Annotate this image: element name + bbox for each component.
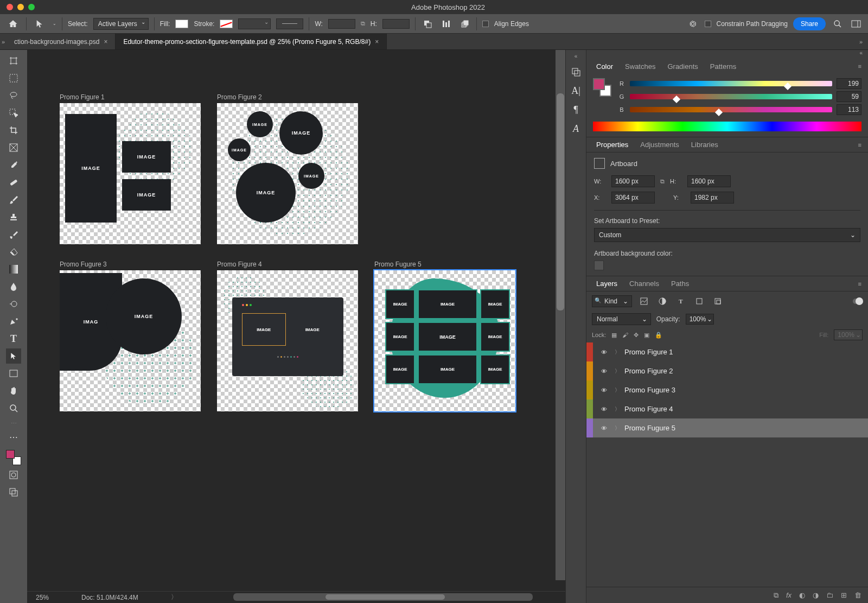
expand-icon[interactable]: 〉 <box>615 424 620 432</box>
tab-channels[interactable]: Channels <box>624 276 665 291</box>
zoom-level[interactable]: 25% <box>36 594 49 601</box>
layer-item[interactable]: 👁 〉 Promo Figure 1 <box>586 342 868 361</box>
document-tab-inactive[interactable]: ction-background-images.psd × <box>7 34 116 49</box>
layer-filter-dropdown[interactable]: Kind <box>592 295 632 307</box>
expand-icon[interactable]: 〉 <box>615 386 620 394</box>
brush-tool[interactable] <box>6 192 21 207</box>
brushes-panel-icon[interactable] <box>571 67 582 78</box>
lock-all-icon[interactable]: 🔒 <box>655 332 662 339</box>
green-slider[interactable] <box>630 94 832 99</box>
filter-toggle[interactable] <box>853 299 863 304</box>
visibility-icon[interactable]: 👁 <box>597 406 610 412</box>
gradient-tool[interactable] <box>6 262 21 277</box>
workspace-button[interactable] <box>850 17 863 30</box>
panel-menu-icon[interactable]: ≡ <box>858 281 864 287</box>
paragraph-panel-icon[interactable]: ¶ <box>573 104 578 116</box>
tab-adjustments[interactable]: Adjustments <box>635 137 685 152</box>
tool-preset-chevron-icon[interactable]: ⌄ <box>53 21 56 26</box>
artboard-tool[interactable] <box>6 53 21 68</box>
lock-image-icon[interactable]: 🖌 <box>622 332 628 338</box>
layer-item[interactable]: 👁 〉 Promo Figure 2 <box>586 361 868 380</box>
filter-pixel-icon[interactable] <box>637 295 650 308</box>
artboard-title[interactable]: Promo Figure 1 <box>60 93 201 101</box>
hand-tool[interactable] <box>6 383 21 398</box>
panel-menu-icon[interactable]: ≡ <box>858 142 864 148</box>
frame-tool[interactable] <box>6 140 21 155</box>
delete-layer-icon[interactable]: 🗑 <box>854 591 861 599</box>
green-value[interactable] <box>837 91 861 102</box>
status-chevron-icon[interactable]: 〉 <box>171 593 177 602</box>
eraser-tool[interactable] <box>6 244 21 259</box>
minimize-window-button[interactable] <box>17 4 24 10</box>
tab-properties[interactable]: Properties <box>591 137 634 152</box>
height-field[interactable] <box>382 19 410 29</box>
artboard-1[interactable]: IMAGE IMAGE IMAGE <box>60 103 201 244</box>
expand-icon[interactable]: 〉 <box>615 405 620 413</box>
opacity-value[interactable]: 100% <box>686 314 714 325</box>
eyedropper-tool[interactable] <box>6 157 21 173</box>
tab-patterns[interactable]: Patterns <box>705 59 742 74</box>
maximize-window-button[interactable] <box>28 4 35 10</box>
glyphs-panel-icon[interactable]: A <box>573 123 579 135</box>
spectrum-picker[interactable] <box>593 122 861 131</box>
y-field[interactable] <box>691 192 734 204</box>
lock-artboard-icon[interactable]: ▣ <box>644 332 649 339</box>
layer-item[interactable]: 👁 〉 Promo Fugure 5 <box>586 418 868 437</box>
layer-style-icon[interactable]: fx <box>786 591 792 599</box>
quick-mask-button[interactable] <box>6 467 21 483</box>
filter-smart-icon[interactable] <box>711 295 724 308</box>
layer-mask-icon[interactable]: ◐ <box>799 591 805 599</box>
lock-transparency-icon[interactable]: ▦ <box>611 332 617 339</box>
filter-adjustment-icon[interactable] <box>656 295 669 308</box>
artboard-4[interactable]: IMAGE IMAGE <box>217 270 358 411</box>
artboard-title[interactable]: Promo Figure 2 <box>217 93 358 101</box>
blend-mode-dropdown[interactable]: Normal <box>592 313 651 325</box>
foreground-color[interactable] <box>593 78 605 90</box>
document-tab-active[interactable]: Edutor-theme-promo-section-figures-templ… <box>116 34 387 49</box>
width-field[interactable] <box>611 175 655 187</box>
current-tool-icon[interactable] <box>32 16 47 31</box>
artboard-bgcolor-swatch[interactable] <box>594 261 604 270</box>
expand-panels-icon[interactable]: « <box>575 53 578 59</box>
collapse-panels-icon[interactable]: « <box>586 50 868 59</box>
layer-item[interactable]: 👁 〉 Promo Figure 4 <box>586 399 868 418</box>
visibility-icon[interactable]: 👁 <box>597 387 610 393</box>
close-tab-icon[interactable]: × <box>104 38 107 46</box>
zoom-tool[interactable] <box>6 401 21 416</box>
artboard-title[interactable]: Promo Fugure 3 <box>60 261 201 268</box>
tab-color[interactable]: Color <box>591 59 618 74</box>
new-group-icon[interactable]: 🗀 <box>826 591 833 599</box>
artboard-title[interactable]: Promo Fugure 5 <box>374 261 515 268</box>
home-button[interactable] <box>5 16 21 31</box>
share-button[interactable]: Share <box>793 17 826 30</box>
align-edges-checkbox[interactable] <box>482 21 489 27</box>
healing-brush-tool[interactable] <box>6 175 21 190</box>
artboard-title[interactable]: Promo Figure 4 <box>217 261 358 268</box>
color-fgbg-swatch[interactable] <box>593 78 611 97</box>
stroke-swatch[interactable] <box>220 20 233 28</box>
foreground-background-swatch[interactable] <box>6 450 21 465</box>
link-layers-icon[interactable]: ⧉ <box>774 591 778 600</box>
artboard-5[interactable]: IMAGE IMAGE IMAGE IMAGE IMAGE IMAGE IMAG… <box>374 270 515 411</box>
artboard-3[interactable]: IMAG IMAGE <box>60 270 201 411</box>
scrollbar-thumb[interactable] <box>326 594 445 600</box>
scrollbar-thumb[interactable] <box>557 93 564 310</box>
close-tab-icon[interactable]: × <box>375 38 379 46</box>
link-dimensions-icon[interactable]: ⧉ <box>660 178 665 185</box>
select-mode-dropdown[interactable]: Active Layers <box>93 18 149 30</box>
type-tool[interactable]: T <box>6 331 21 346</box>
filter-type-icon[interactable]: T <box>674 295 687 308</box>
foreground-color[interactable] <box>6 450 15 459</box>
visibility-icon[interactable]: 👁 <box>597 425 610 431</box>
tab-libraries[interactable]: Libraries <box>686 137 724 152</box>
height-field[interactable] <box>687 175 731 187</box>
panel-menu-icon[interactable]: ≡ <box>858 63 864 69</box>
tab-collapse-icon[interactable]: » <box>859 39 863 45</box>
lock-position-icon[interactable]: ✥ <box>634 332 639 339</box>
constrain-checkbox[interactable] <box>705 21 711 27</box>
red-value[interactable] <box>837 78 861 89</box>
blur-tool[interactable] <box>6 279 21 294</box>
pen-tool[interactable] <box>6 314 21 329</box>
blue-value[interactable] <box>837 104 861 115</box>
red-slider[interactable] <box>630 81 832 86</box>
